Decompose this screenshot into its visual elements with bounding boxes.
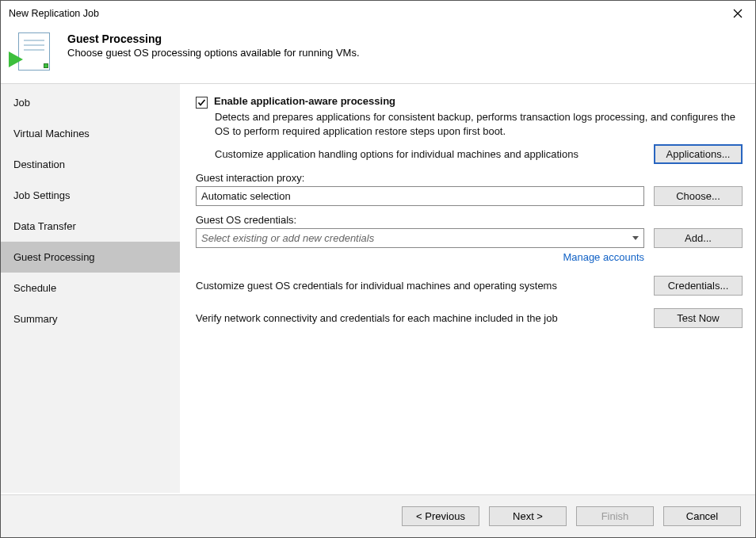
- choose-button[interactable]: Choose...: [654, 186, 743, 206]
- manage-accounts-link[interactable]: Manage accounts: [196, 251, 644, 263]
- header-section: Guest Processing Choose guest OS process…: [1, 26, 755, 83]
- proxy-label: Guest interaction proxy:: [196, 172, 743, 184]
- applications-button[interactable]: Applications...: [654, 144, 743, 164]
- sidebar-item-guest-processing[interactable]: Guest Processing: [1, 242, 180, 273]
- test-now-button[interactable]: Test Now: [654, 308, 743, 328]
- sidebar-item-data-transfer[interactable]: Data Transfer: [1, 211, 180, 242]
- sidebar-item-job-settings[interactable]: Job Settings: [1, 180, 180, 211]
- content-panel: Enable application-aware processing Dete…: [180, 84, 755, 493]
- sidebar-item-schedule[interactable]: Schedule: [1, 273, 180, 303]
- credentials-placeholder: Select existing or add new credentials: [201, 232, 374, 244]
- next-button[interactable]: Next >: [489, 506, 567, 526]
- sidebar-item-job[interactable]: Job: [1, 87, 180, 118]
- proxy-input[interactable]: Automatic selection: [196, 186, 644, 206]
- page-title: Guest Processing: [67, 32, 360, 45]
- enable-app-aware-label: Enable application-aware processing: [214, 95, 395, 107]
- proxy-input-value: Automatic selection: [201, 190, 291, 202]
- finish-button: Finish: [576, 506, 654, 526]
- credentials-label: Guest OS credentials:: [196, 214, 743, 226]
- enable-app-aware-checkbox[interactable]: [196, 97, 208, 109]
- previous-button[interactable]: < Previous: [402, 506, 479, 526]
- footer-button-bar: < Previous Next > Finish Cancel: [1, 494, 755, 537]
- test-label: Verify network connectivity and credenti…: [196, 312, 644, 324]
- sidebar-item-summary[interactable]: Summary: [1, 303, 180, 334]
- chevron-down-icon: [632, 236, 639, 240]
- close-icon: [733, 9, 743, 18]
- customize-credentials-label: Customize guest OS credentials for indiv…: [196, 280, 644, 292]
- sidebar-item-destination[interactable]: Destination: [1, 149, 180, 180]
- wizard-window: New Replication Job Guest Processing Cho…: [0, 0, 756, 538]
- add-button[interactable]: Add...: [654, 228, 743, 248]
- sidebar-item-virtual-machines[interactable]: Virtual Machines: [1, 118, 180, 149]
- titlebar: New Replication Job: [1, 1, 755, 26]
- credentials-button[interactable]: Credentials...: [654, 276, 743, 296]
- credentials-select[interactable]: Select existing or add new credentials: [196, 228, 644, 248]
- guest-processing-icon: [12, 32, 50, 71]
- cancel-button[interactable]: Cancel: [663, 506, 741, 526]
- check-icon: [197, 98, 206, 107]
- wizard-steps-sidebar: Job Virtual Machines Destination Job Set…: [1, 84, 180, 493]
- window-title: New Replication Job: [9, 8, 99, 19]
- close-button[interactable]: [727, 4, 749, 23]
- enable-app-aware-description: Detects and prepares applications for co…: [215, 110, 743, 138]
- applications-label: Customize application handling options f…: [215, 148, 646, 160]
- page-subtitle: Choose guest OS processing options avail…: [67, 47, 360, 59]
